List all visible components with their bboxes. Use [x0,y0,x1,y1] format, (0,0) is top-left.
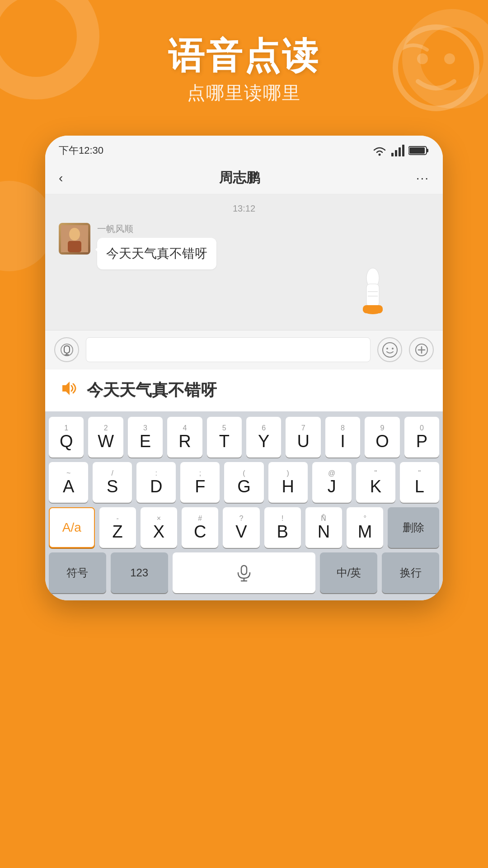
sender-name: 一帆风顺 [97,223,216,235]
phone-mockup: 下午12:30 ‹ [45,136,443,600]
back-button[interactable]: ‹ [59,171,63,185]
message-bubble[interactable]: 今天天气真不错呀 [97,238,216,269]
hand-pointer-icon [352,267,398,321]
key-p[interactable]: 0P [404,417,439,458]
message-content: 一帆风顺 今天天气真不错呀 [97,223,216,269]
title-sub: 点哪里读哪里 [0,80,488,105]
svg-point-25 [392,348,394,349]
key-o[interactable]: 9O [365,417,399,458]
keyboard: 1Q 2W 3E 4R 5T 6Y 7U 8I 9O 0P ~A /S :D ;… [45,411,443,600]
voice-icon [60,343,74,357]
key-r[interactable]: 4R [167,417,202,458]
svg-rect-17 [363,305,383,313]
avatar [59,223,90,255]
battery-icon [408,145,429,156]
voice-button[interactable] [54,337,79,362]
svg-rect-5 [395,150,397,156]
key-h[interactable]: )H [268,462,308,503]
svg-rect-29 [241,566,247,575]
key-d[interactable]: :D [136,462,176,503]
tts-bar[interactable]: 今天天气真不错呀 [45,369,443,411]
text-input[interactable] [86,337,371,362]
svg-point-23 [383,343,397,357]
enter-key[interactable]: 换行 [382,552,439,593]
key-g[interactable]: (G [224,462,263,503]
chat-timestamp: 13:12 [59,203,429,214]
more-button[interactable]: ··· [416,171,429,185]
key-z[interactable]: -Z [99,507,136,548]
svg-point-24 [386,348,388,349]
key-e[interactable]: 3E [128,417,163,458]
chat-area: 13:12 一帆风顺 今天天气真不错呀 [45,194,443,330]
key-m[interactable]: °M [347,507,383,548]
tts-display-text: 今天天气真不错呀 [87,379,217,401]
svg-rect-4 [391,153,394,156]
status-icons [371,145,429,156]
svg-rect-9 [427,149,428,152]
key-s[interactable]: /S [93,462,132,503]
title-main: 语音点读 [0,36,488,76]
key-q[interactable]: 1Q [49,417,84,458]
num-key[interactable]: 123 [111,552,168,593]
key-a[interactable]: ~A [49,462,88,503]
key-b[interactable]: !B [264,507,301,548]
input-bar [45,330,443,369]
tts-speaker-icon [59,379,79,401]
svg-point-3 [379,154,381,156]
svg-rect-7 [402,145,404,156]
lang-key[interactable]: 中/英 [320,552,377,593]
signal-icon [391,145,405,156]
key-i[interactable]: 8I [325,417,360,458]
plus-icon [415,343,428,357]
key-w[interactable]: 2W [88,417,123,458]
delete-key[interactable]: 删除 [388,507,439,548]
key-x[interactable]: ×X [141,507,177,548]
shift-key[interactable]: A/a [49,507,95,548]
keyboard-row-3: A/a -Z ×X #C ?V !B N̊N °M 删除 [49,507,439,548]
chat-message-row: 一帆风顺 今天天气真不错呀 [59,223,429,269]
keyboard-row-4: 符号 123 中/英 换行 [49,552,439,593]
emoji-button[interactable] [377,337,402,362]
key-n[interactable]: N̊N [305,507,342,548]
svg-rect-13 [68,241,81,252]
key-f[interactable]: ;F [180,462,220,503]
key-y[interactable]: 6Y [246,417,281,458]
key-j[interactable]: @J [312,462,352,503]
status-bar: 下午12:30 [45,136,443,162]
svg-point-12 [69,228,80,241]
status-time: 下午12:30 [59,144,103,157]
key-u[interactable]: 7U [286,417,320,458]
svg-rect-6 [399,147,401,156]
wifi-icon [371,145,388,156]
key-k[interactable]: "K [356,462,395,503]
key-t[interactable]: 5T [207,417,242,458]
keyboard-row-1: 1Q 2W 3E 4R 5T 6Y 7U 8I 9O 0P [49,417,439,458]
header-section: 语音点读 点哪里读哪里 [0,36,488,105]
plus-button[interactable] [409,337,434,362]
key-c[interactable]: #C [182,507,218,548]
nav-bar: ‹ 周志鹏 ··· [45,162,443,194]
space-key[interactable] [173,552,316,593]
keyboard-row-2: ~A /S :D ;F (G )H @J "K "L [49,462,439,503]
emoji-icon [382,342,398,358]
mic-icon [235,564,253,582]
svg-rect-15 [366,284,379,307]
nav-title: 周志鹏 [219,169,260,187]
key-l[interactable]: "L [400,462,439,503]
symbol-key[interactable]: 符号 [49,552,106,593]
svg-rect-10 [409,147,425,154]
key-v[interactable]: ?V [223,507,259,548]
